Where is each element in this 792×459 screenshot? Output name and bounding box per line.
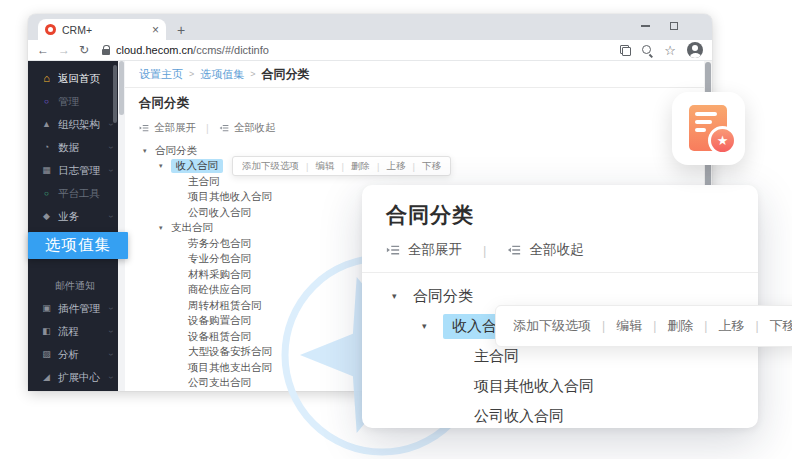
sidebar-item[interactable]: ◔数据› (28, 136, 118, 159)
tree-item-label: 材料采购合同 (188, 268, 251, 282)
tree-item-label: 周转材租赁合同 (188, 299, 262, 313)
sidebar-item-label: 返回首页 (58, 72, 112, 86)
minimize-icon[interactable] (641, 25, 650, 27)
sidebar-item[interactable]: 邮件通知 (28, 274, 118, 297)
expand-all-icon (386, 243, 400, 257)
profile-avatar[interactable] (687, 42, 703, 58)
chevron-down-icon: › (106, 123, 115, 126)
window-controls (641, 14, 678, 38)
sidebar-item[interactable]: ◢扩展中心› (28, 366, 118, 389)
forward-icon[interactable]: → (58, 44, 70, 56)
caret-down-icon: ▾ (422, 321, 436, 331)
tree-action-button[interactable]: 添加下级选项 (242, 160, 299, 173)
chevron-down-icon: › (106, 215, 115, 218)
action-separator: | (306, 161, 308, 172)
caret-down-icon: ▾ (159, 162, 171, 170)
sidebar: ⌂返回首页○管理▲组织架构›◔数据›▦日志管理›○平台工具◆业务›对象管理邮件通… (28, 61, 118, 391)
expand-all-button[interactable]: 全部展开 (154, 121, 196, 135)
sidebar-scroll-thumb[interactable] (119, 61, 124, 115)
sidebar-item-label: 管理 (58, 95, 112, 109)
tree-action-button[interactable]: 添加下级选项 (513, 317, 591, 335)
tree-action-button[interactable]: 下移 (770, 317, 792, 335)
chevron-down-icon: › (106, 353, 115, 356)
reload-icon[interactable]: ↻ (79, 44, 89, 56)
overlay-tree: ▾合同分类▾收入合同添加下级选项|编辑|删除|上移|下移主合同项目其他收入合同公… (386, 281, 734, 431)
sidebar-item-label: 邮件通知 (55, 279, 112, 293)
sidebar-item[interactable]: ▣插件管理› (28, 297, 118, 320)
tree-action-button[interactable]: 删除 (667, 317, 693, 335)
back-icon[interactable]: ← (37, 44, 49, 56)
sidebar-item-icon: ▨ (41, 350, 52, 359)
sidebar-item[interactable]: ▲组织架构› (28, 113, 118, 136)
tree-item-label: 设备租赁合同 (188, 330, 251, 344)
tree-item[interactable]: ▾收入合同添加下级选项|编辑|删除|上移|下移 (139, 159, 690, 175)
collapse-all-button[interactable]: 全部收起 (529, 241, 583, 259)
urlbar-actions: ☆ (620, 42, 703, 58)
caret-down-icon: ▾ (159, 224, 171, 232)
expand-all-button[interactable]: 全部展开 (408, 241, 462, 259)
tree-toolbar: 全部展开 | 全部收起 (139, 121, 690, 135)
sidebar-item[interactable]: ⌂返回首页 (28, 67, 118, 90)
tree-item-label: 项目其他收入合同 (188, 190, 272, 204)
tree-item-label: 支出合同 (171, 221, 213, 235)
sidebar-item-option-sets[interactable]: 选项值集 (28, 232, 128, 259)
new-tab-button[interactable]: + (177, 23, 185, 37)
tree-item-label: 公司收入合同 (474, 407, 564, 426)
tree-item[interactable]: ▾收入合同添加下级选项|编辑|删除|上移|下移 (386, 311, 734, 341)
tab-close-icon[interactable]: × (152, 24, 159, 36)
sidebar-item[interactable]: ◆业务› (28, 205, 118, 228)
tree-item-label: 收入合同 (171, 159, 223, 173)
collapse-all-button[interactable]: 全部收起 (234, 121, 276, 135)
tree-item-label: 商砼供应合同 (188, 283, 251, 297)
tree-action-button[interactable]: 上移 (718, 317, 744, 335)
breadcrumb-settings-home[interactable]: 设置主页 (139, 67, 183, 82)
chevron-down-icon: › (106, 146, 115, 149)
document-icon: ★ (689, 105, 727, 151)
browser-tab[interactable]: CRM+ × (38, 19, 166, 40)
sidebar-scroll-track (118, 61, 125, 391)
tree-action-button[interactable]: 删除 (351, 160, 370, 173)
option-set-feature-card: ★ (672, 92, 745, 165)
breadcrumb: 设置主页 > 选项值集 > 合同分类 (125, 61, 704, 88)
tab-title: CRM+ (62, 24, 146, 36)
address-input[interactable]: cloud.hecom.cn/ccms/#/dictinfo (98, 44, 611, 56)
sidebar-item-label: 组织架构 (58, 118, 103, 132)
tree-action-button[interactable]: 编辑 (616, 317, 642, 335)
row-actions-box: 添加下级选项|编辑|删除|上移|下移 (495, 305, 792, 347)
chevron-down-icon: › (106, 376, 115, 379)
sidebar-item-icon: ▲ (41, 120, 52, 129)
action-separator: | (412, 161, 414, 172)
sidebar-item-label: 扩展中心 (58, 371, 103, 385)
page-title: 合同分类 (139, 95, 690, 112)
tree-action-button[interactable]: 编辑 (315, 160, 334, 173)
tree-action-button[interactable]: 下移 (422, 160, 441, 173)
expand-all-icon (139, 123, 149, 133)
tree-action-button[interactable]: 上移 (386, 160, 405, 173)
action-separator: | (341, 161, 343, 172)
collapse-all-icon (507, 243, 521, 257)
sidebar-item[interactable]: ○平台工具 (28, 182, 118, 205)
bookmark-star-icon[interactable]: ☆ (664, 44, 676, 57)
sidebar-item[interactable]: ○管理 (28, 90, 118, 113)
toolbar-separator: | (483, 243, 486, 258)
sidebar-item[interactable]: ▦日志管理› (28, 159, 118, 182)
maximize-icon[interactable] (670, 22, 678, 30)
sidebar-item-label: 平台工具 (58, 187, 112, 201)
tree-item[interactable]: 项目其他收入合同 (386, 371, 734, 401)
sidebar-scrollbar[interactable] (113, 65, 117, 123)
translate-icon[interactable] (620, 45, 631, 56)
url-bar: ← → ↻ cloud.hecom.cn/ccms/#/dictinfo ☆ (28, 40, 712, 61)
tree-item[interactable]: 公司收入合同 (386, 401, 734, 431)
sidebar-item[interactable]: ▨分析› (28, 343, 118, 366)
sidebar-item-icon: ◆ (41, 212, 52, 221)
caret-down-icon: ▾ (143, 147, 155, 155)
breadcrumb-option-sets[interactable]: 选项值集 (200, 67, 244, 82)
star-badge-icon: ★ (708, 126, 737, 155)
sidebar-item-icon: ○ (41, 98, 52, 106)
sidebar-item-icon: ◔ (41, 143, 52, 152)
lock-icon (102, 49, 110, 55)
sidebar-item[interactable]: ◧流程› (28, 320, 118, 343)
zoom-icon[interactable] (642, 45, 653, 56)
chevron-down-icon: › (106, 307, 115, 310)
sidebar-item-label: 分析 (58, 348, 103, 362)
